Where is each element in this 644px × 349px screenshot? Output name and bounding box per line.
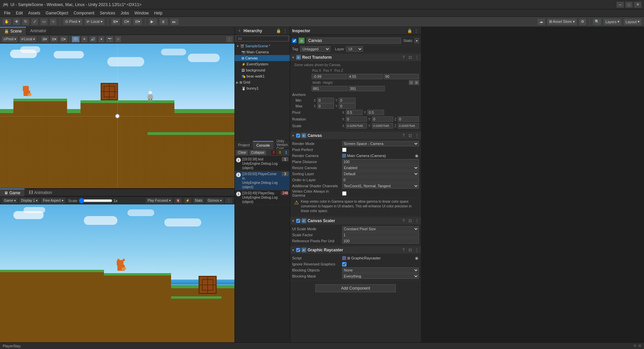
menu-help[interactable]: Help — [152, 10, 165, 16]
layout-button[interactable]: Layout ▾ — [623, 18, 642, 26]
canvas-scaler-enabled[interactable] — [296, 219, 300, 223]
inspector-more-button[interactable]: ⋮ — [414, 28, 419, 34]
snap-button[interactable]: ⊡▾ — [122, 18, 131, 26]
render-camera-picker[interactable]: ◉ — [414, 153, 419, 158]
scale-tool-button[interactable]: ⤢ — [31, 18, 39, 26]
hierarchy-canvas[interactable]: ⊞ Canvas — [235, 55, 290, 61]
rotation-z[interactable] — [398, 116, 419, 122]
inspector-lock-button[interactable]: 🔒 — [407, 28, 412, 34]
cloud-button[interactable]: ☁ — [537, 18, 545, 26]
hierarchy-bear-walk[interactable]: 🎭 bear-walk1 — [235, 73, 290, 79]
play-button[interactable]: ▶ — [148, 18, 158, 26]
canvas-scaler-header[interactable]: ▼ ⊟ Canvas Scaler ? ⊡ ⋮ — [290, 217, 421, 225]
close-button[interactable]: ✕ — [634, 2, 641, 8]
add-component-button[interactable]: Add Component — [315, 284, 396, 292]
resize-canvas-dropdown[interactable]: Enabled — [342, 165, 419, 170]
game-mute-button[interactable]: 🔇 — [174, 198, 182, 204]
game-vsync-button[interactable]: ⚡ — [183, 198, 192, 204]
canvas-scaler-more-button[interactable]: ⋮ — [414, 218, 420, 223]
scene-fx-button[interactable]: ⊡▾ — [59, 36, 68, 43]
tab-animation[interactable]: 🎞 Animation — [25, 189, 56, 197]
anchor-max-x[interactable] — [317, 103, 334, 109]
graphic-raycaster-more-button[interactable]: ⋮ — [414, 247, 420, 253]
transform-tool-button[interactable]: ⊹ — [49, 18, 57, 26]
scene-audio-button[interactable]: 🔊 — [89, 36, 97, 43]
scene-cam-button[interactable]: 📷 — [106, 36, 114, 43]
menu-component[interactable]: Component — [71, 10, 97, 16]
graphic-raycaster-enabled[interactable] — [296, 248, 300, 252]
sorting-layer-dropdown[interactable]: Default — [342, 171, 419, 177]
hierarchy-scene-root[interactable]: ▼ 🎬 SampleScene * — [235, 43, 290, 49]
tab-unity-version[interactable]: Unity Version Cont... — [273, 141, 291, 149]
static-dropdown-button[interactable]: ▾ — [415, 38, 419, 43]
rect-anchor-button[interactable]: ⊡ — [409, 80, 414, 85]
graphic-raycaster-header[interactable]: ▼ ⊞ Graphic Raycaster ? ⊡ ⋮ — [290, 246, 421, 254]
play-focused-button[interactable]: Play Focused ▾ — [146, 198, 172, 204]
plane-distance-input[interactable] — [342, 159, 419, 164]
gizmo-dropdown-button[interactable]: ⊙Pivot ▾ — [1, 36, 18, 43]
graphic-raycaster-help-button[interactable]: ? — [401, 247, 406, 253]
canvas-preset-button[interactable]: ⊡ — [408, 133, 413, 138]
tab-console[interactable]: Console — [253, 141, 273, 149]
scene-gizmos-button[interactable]: ⊹ — [115, 36, 121, 43]
pos-z-input[interactable] — [384, 74, 419, 79]
hierarchy-more-button[interactable]: ⋮ — [282, 28, 288, 34]
gameobject-name-field[interactable] — [307, 38, 401, 44]
hierarchy-add-button[interactable]: + — [237, 28, 242, 34]
hierarchy-lock-button[interactable]: 🔒 — [276, 28, 281, 34]
scene-view[interactable] — [0, 44, 234, 188]
console-clear-button[interactable]: Clear — [236, 150, 248, 155]
canvas-enabled-toggle[interactable] — [296, 134, 300, 138]
gameobject-active-toggle[interactable] — [292, 39, 297, 43]
tab-project[interactable]: Project — [235, 141, 253, 149]
canvas-help-button[interactable]: ? — [401, 133, 406, 138]
menu-jobs[interactable]: Jobs — [118, 10, 131, 16]
hierarchy-main-camera[interactable]: 📷 Main Camera — [235, 49, 290, 55]
game-display-button[interactable]: Game ▾ — [2, 198, 18, 204]
grid-button[interactable]: ⊞▾ — [111, 18, 120, 26]
console-entry-2[interactable]: i [19:03:50] PlayerCome in. UnityEngine.… — [235, 171, 290, 190]
search-button[interactable]: 🔍 — [592, 18, 602, 26]
game-gizmos-button[interactable]: Gizmos ▾ — [206, 198, 224, 204]
scale-z[interactable] — [398, 123, 419, 129]
asset-store-button[interactable]: ⊞ Asset Store ▾ — [547, 18, 577, 26]
width-input[interactable] — [312, 86, 347, 91]
anchor-min-y[interactable] — [339, 98, 356, 103]
free-aspect-button[interactable]: Free Aspect ▾ — [41, 198, 65, 204]
scene-grid-button[interactable]: ⊞▾ — [41, 36, 49, 43]
local-dropdown-button[interactable]: ⊭Local ▾ — [19, 36, 37, 43]
tag-dropdown[interactable]: Untagged — [300, 46, 330, 52]
tab-animator[interactable]: Animator — [26, 27, 51, 35]
layers-button[interactable]: Layers ▾ — [603, 18, 622, 26]
gizmo-button[interactable]: ⊟▾ — [133, 18, 143, 26]
pivot-button[interactable]: ⊙ Pivot ▾ — [63, 18, 83, 26]
rect-help-button[interactable]: ? — [401, 55, 406, 60]
scale-slider[interactable] — [79, 198, 112, 203]
anchor-max-y[interactable] — [339, 103, 356, 109]
menu-gameobject[interactable]: GameObject — [43, 10, 71, 16]
hierarchy-search-input[interactable] — [236, 36, 288, 41]
2d-button[interactable]: 2D — [71, 36, 80, 43]
collab-button[interactable]: ⚙ — [579, 18, 587, 26]
menu-services[interactable]: Services — [97, 10, 118, 16]
rect-preset-button[interactable]: ⊡ — [408, 55, 413, 60]
local-button[interactable]: ⊭ Local ▾ — [84, 18, 105, 26]
pivot-y[interactable] — [367, 110, 384, 115]
script-picker[interactable]: ◉ — [414, 256, 419, 260]
scale-x[interactable] — [346, 123, 367, 129]
graphic-raycaster-preset-button[interactable]: ⊡ — [408, 247, 413, 253]
rotation-y[interactable] — [372, 116, 393, 122]
order-in-layer-input[interactable] — [342, 177, 419, 183]
scale-y[interactable] — [372, 123, 393, 129]
step-button[interactable]: ⏭ — [170, 18, 179, 26]
minimize-button[interactable]: ─ — [616, 2, 624, 8]
pivot-x[interactable] — [346, 110, 363, 115]
hierarchy-background[interactable]: 🖼 background — [235, 67, 290, 73]
anchor-min-x[interactable] — [317, 98, 334, 103]
menu-assets[interactable]: Assets — [25, 10, 43, 16]
maximize-button[interactable]: □ — [625, 2, 633, 8]
scene-more-button[interactable]: ⋮ — [226, 36, 233, 43]
game-more-button[interactable]: ⋮ — [225, 198, 232, 204]
pos-x-input[interactable] — [312, 74, 347, 79]
hierarchy-event-system[interactable]: ⚡ EventSystem — [235, 61, 290, 67]
